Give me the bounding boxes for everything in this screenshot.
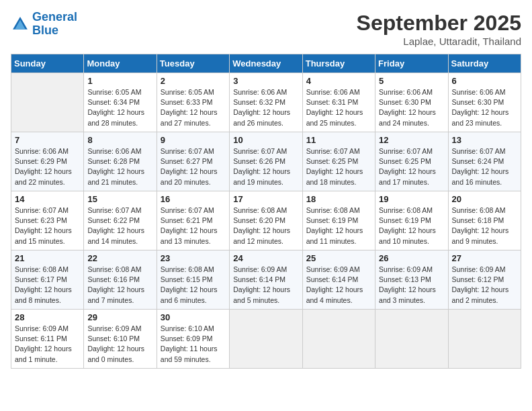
- calendar-cell: [230, 310, 302, 369]
- month-title: September 2025: [357, 11, 521, 36]
- day-info: Sunrise: 6:07 AMSunset: 6:25 PMDaylight:…: [379, 146, 444, 187]
- day-number: 6: [452, 76, 517, 86]
- day-number: 17: [233, 194, 298, 204]
- day-info: Sunrise: 6:09 AMSunset: 6:13 PMDaylight:…: [379, 265, 444, 306]
- calendar-cell: 27Sunrise: 6:09 AMSunset: 6:12 PMDayligh…: [448, 250, 521, 310]
- header-tuesday: Tuesday: [157, 54, 229, 73]
- calendar-cell: 2Sunrise: 6:05 AMSunset: 6:33 PMDaylight…: [157, 73, 229, 132]
- day-info: Sunrise: 6:08 AMSunset: 6:18 PMDaylight:…: [452, 205, 517, 246]
- logo-text: General Blue: [32, 11, 77, 38]
- header-thursday: Thursday: [302, 54, 375, 73]
- day-number: 19: [379, 194, 444, 204]
- header-monday: Monday: [84, 54, 157, 73]
- calendar-cell: 20Sunrise: 6:08 AMSunset: 6:18 PMDayligh…: [448, 191, 521, 250]
- calendar-cell: 19Sunrise: 6:08 AMSunset: 6:19 PMDayligh…: [375, 191, 448, 250]
- calendar-week-1: 1Sunrise: 6:05 AMSunset: 6:34 PMDaylight…: [11, 73, 521, 132]
- calendar-cell: [11, 73, 84, 132]
- calendar-cell: 15Sunrise: 6:07 AMSunset: 6:22 PMDayligh…: [84, 191, 157, 250]
- calendar-cell: 13Sunrise: 6:07 AMSunset: 6:24 PMDayligh…: [448, 132, 521, 191]
- calendar-cell: 25Sunrise: 6:09 AMSunset: 6:14 PMDayligh…: [302, 250, 375, 310]
- day-info: Sunrise: 6:06 AMSunset: 6:30 PMDaylight:…: [379, 87, 444, 128]
- calendar-week-2: 7Sunrise: 6:06 AMSunset: 6:29 PMDaylight…: [11, 132, 521, 191]
- day-info: Sunrise: 6:09 AMSunset: 6:11 PMDaylight:…: [15, 324, 80, 365]
- day-number: 13: [452, 135, 517, 145]
- header-wednesday: Wednesday: [230, 54, 302, 73]
- day-info: Sunrise: 6:07 AMSunset: 6:22 PMDaylight:…: [87, 205, 152, 246]
- day-number: 8: [87, 135, 152, 145]
- calendar-cell: [375, 310, 448, 369]
- header-friday: Friday: [375, 54, 448, 73]
- day-info: Sunrise: 6:06 AMSunset: 6:28 PMDaylight:…: [87, 146, 152, 187]
- calendar-cell: 9Sunrise: 6:07 AMSunset: 6:27 PMDaylight…: [157, 132, 229, 191]
- calendar-cell: 21Sunrise: 6:08 AMSunset: 6:17 PMDayligh…: [11, 250, 84, 310]
- day-info: Sunrise: 6:05 AMSunset: 6:34 PMDaylight:…: [87, 87, 152, 128]
- calendar-cell: 7Sunrise: 6:06 AMSunset: 6:29 PMDaylight…: [11, 132, 84, 191]
- calendar-cell: 8Sunrise: 6:06 AMSunset: 6:28 PMDaylight…: [84, 132, 157, 191]
- calendar-week-4: 21Sunrise: 6:08 AMSunset: 6:17 PMDayligh…: [11, 250, 521, 310]
- calendar-cell: [302, 310, 375, 369]
- day-number: 10: [233, 135, 298, 145]
- calendar-cell: 22Sunrise: 6:08 AMSunset: 6:16 PMDayligh…: [84, 250, 157, 310]
- day-number: 9: [161, 135, 226, 145]
- calendar-cell: 10Sunrise: 6:07 AMSunset: 6:26 PMDayligh…: [230, 132, 302, 191]
- day-number: 5: [379, 76, 444, 86]
- day-number: 14: [15, 194, 80, 204]
- day-number: 7: [15, 135, 80, 145]
- calendar-table: SundayMondayTuesdayWednesdayThursdayFrid…: [11, 54, 521, 369]
- day-number: 24: [233, 253, 298, 263]
- day-info: Sunrise: 6:09 AMSunset: 6:14 PMDaylight:…: [233, 265, 298, 306]
- calendar-cell: 1Sunrise: 6:05 AMSunset: 6:34 PMDaylight…: [84, 73, 157, 132]
- calendar-cell: 23Sunrise: 6:08 AMSunset: 6:15 PMDayligh…: [157, 250, 229, 310]
- day-info: Sunrise: 6:07 AMSunset: 6:27 PMDaylight:…: [161, 146, 226, 187]
- day-number: 30: [161, 312, 226, 322]
- day-number: 22: [87, 253, 152, 263]
- calendar-cell: 6Sunrise: 6:06 AMSunset: 6:30 PMDaylight…: [448, 73, 521, 132]
- day-info: Sunrise: 6:09 AMSunset: 6:10 PMDaylight:…: [87, 324, 152, 365]
- day-number: 2: [161, 76, 226, 86]
- day-number: 18: [306, 194, 371, 204]
- calendar-cell: 30Sunrise: 6:10 AMSunset: 6:09 PMDayligh…: [157, 310, 229, 369]
- day-info: Sunrise: 6:06 AMSunset: 6:31 PMDaylight:…: [306, 87, 371, 128]
- day-info: Sunrise: 6:08 AMSunset: 6:20 PMDaylight:…: [233, 205, 298, 246]
- day-number: 21: [15, 253, 80, 263]
- day-number: 26: [379, 253, 444, 263]
- calendar-cell: 3Sunrise: 6:06 AMSunset: 6:32 PMDaylight…: [230, 73, 302, 132]
- day-info: Sunrise: 6:05 AMSunset: 6:33 PMDaylight:…: [161, 87, 226, 128]
- day-info: Sunrise: 6:07 AMSunset: 6:25 PMDaylight:…: [306, 146, 371, 187]
- day-number: 29: [87, 312, 152, 322]
- calendar-header-row: SundayMondayTuesdayWednesdayThursdayFrid…: [11, 54, 521, 73]
- calendar-week-5: 28Sunrise: 6:09 AMSunset: 6:11 PMDayligh…: [11, 310, 521, 369]
- day-info: Sunrise: 6:07 AMSunset: 6:26 PMDaylight:…: [233, 146, 298, 187]
- calendar-week-3: 14Sunrise: 6:07 AMSunset: 6:23 PMDayligh…: [11, 191, 521, 250]
- day-info: Sunrise: 6:10 AMSunset: 6:09 PMDaylight:…: [161, 324, 226, 365]
- calendar-cell: 14Sunrise: 6:07 AMSunset: 6:23 PMDayligh…: [11, 191, 84, 250]
- day-number: 3: [233, 76, 298, 86]
- calendar-cell: 16Sunrise: 6:07 AMSunset: 6:21 PMDayligh…: [157, 191, 229, 250]
- calendar-cell: 5Sunrise: 6:06 AMSunset: 6:30 PMDaylight…: [375, 73, 448, 132]
- day-info: Sunrise: 6:07 AMSunset: 6:21 PMDaylight:…: [161, 205, 226, 246]
- day-number: 25: [306, 253, 371, 263]
- day-number: 28: [15, 312, 80, 322]
- day-info: Sunrise: 6:08 AMSunset: 6:19 PMDaylight:…: [379, 205, 444, 246]
- header-saturday: Saturday: [448, 54, 521, 73]
- day-info: Sunrise: 6:09 AMSunset: 6:14 PMDaylight:…: [306, 265, 371, 306]
- day-number: 12: [379, 135, 444, 145]
- day-number: 23: [161, 253, 226, 263]
- title-block: September 2025 Laplae, Uttaradit, Thaila…: [357, 11, 521, 47]
- calendar-cell: 18Sunrise: 6:08 AMSunset: 6:19 PMDayligh…: [302, 191, 375, 250]
- day-info: Sunrise: 6:08 AMSunset: 6:16 PMDaylight:…: [87, 265, 152, 306]
- day-info: Sunrise: 6:07 AMSunset: 6:24 PMDaylight:…: [452, 146, 517, 187]
- day-number: 27: [452, 253, 517, 263]
- header-sunday: Sunday: [11, 54, 84, 73]
- day-info: Sunrise: 6:06 AMSunset: 6:30 PMDaylight:…: [452, 87, 517, 128]
- day-number: 11: [306, 135, 371, 145]
- day-info: Sunrise: 6:08 AMSunset: 6:19 PMDaylight:…: [306, 205, 371, 246]
- calendar-cell: 11Sunrise: 6:07 AMSunset: 6:25 PMDayligh…: [302, 132, 375, 191]
- day-number: 4: [306, 76, 371, 86]
- day-info: Sunrise: 6:08 AMSunset: 6:17 PMDaylight:…: [15, 265, 80, 306]
- logo-icon: [11, 15, 30, 34]
- day-info: Sunrise: 6:06 AMSunset: 6:32 PMDaylight:…: [233, 87, 298, 128]
- day-info: Sunrise: 6:07 AMSunset: 6:23 PMDaylight:…: [15, 205, 80, 246]
- calendar-cell: 29Sunrise: 6:09 AMSunset: 6:10 PMDayligh…: [84, 310, 157, 369]
- day-info: Sunrise: 6:08 AMSunset: 6:15 PMDaylight:…: [161, 265, 226, 306]
